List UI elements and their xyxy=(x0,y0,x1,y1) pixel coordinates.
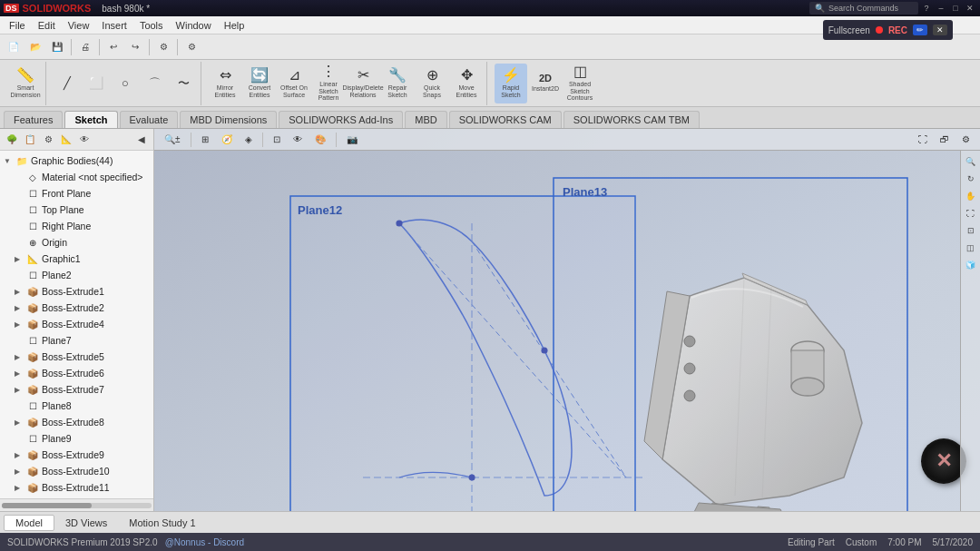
vp-rt-pan[interactable]: ✋ xyxy=(964,189,978,203)
vp-fullscreen[interactable]: ⛶ xyxy=(914,133,932,146)
vp-hide-show[interactable]: 👁 xyxy=(289,133,307,146)
sidebar-collapse[interactable]: ◀ xyxy=(133,132,150,148)
smart-dimension-btn[interactable]: 📏 SmartDimension xyxy=(9,64,42,103)
sidebar-tool-property[interactable]: 📋 xyxy=(22,132,38,148)
tree-item[interactable]: ☐Top Plane xyxy=(0,202,153,218)
save-btn[interactable]: 💾 xyxy=(47,37,67,57)
tree-item[interactable]: ☐Plane2 xyxy=(0,267,153,283)
tree-item[interactable]: ▶📦Boss-Extrude5 xyxy=(0,349,153,365)
menu-window[interactable]: Window xyxy=(171,18,217,33)
vp-rt-fit[interactable]: ⛶ xyxy=(964,206,978,221)
tree-item[interactable]: ⊕Origin xyxy=(0,234,153,251)
tab-evaluate[interactable]: Evaluate xyxy=(120,111,179,128)
rec-label[interactable]: REC xyxy=(888,25,907,35)
tree-hscroll[interactable] xyxy=(0,498,153,511)
viewport[interactable]: 🔍± ⊞ 🧭 ◈ ⊡ 👁 🎨 📷 ⛶ 🗗 ⚙ xyxy=(154,129,980,511)
line-btn[interactable]: ╱ xyxy=(54,64,81,103)
sidebar-tool-featuremgr[interactable]: 🌳 xyxy=(4,132,20,148)
tree-item[interactable]: ▶📦Boss-Extrude6 xyxy=(0,365,153,381)
offset-surface-btn[interactable]: ⊿ Offset OnSurface xyxy=(278,64,310,103)
maximize-btn[interactable]: □ xyxy=(949,2,962,15)
tree-item[interactable]: ▼📁Graphic Bodies(44) xyxy=(0,153,153,169)
tab-sw-cam[interactable]: SOLIDWORKS CAM xyxy=(449,111,562,128)
vp-rt-rotate[interactable]: ↻ xyxy=(964,172,978,186)
menu-insert[interactable]: Insert xyxy=(96,18,132,33)
display-delete-btn[interactable]: ✂ Display/DeleteRelations xyxy=(347,64,379,103)
sidebar-tool-dim[interactable]: 📐 xyxy=(58,132,74,148)
vp-view-selector[interactable]: ⊞ xyxy=(197,133,213,146)
quick-snaps-btn[interactable]: ⊕ QuickSnaps xyxy=(416,64,448,103)
tree-item[interactable]: ▶📦Boss-Extrude8 xyxy=(0,414,153,430)
close-btn[interactable]: ✕ xyxy=(964,2,976,15)
rapid-sketch-btn[interactable]: ⚡ RapidSketch xyxy=(495,64,527,103)
vp-orientation[interactable]: 🧭 xyxy=(217,133,237,146)
menu-tools[interactable]: Tools xyxy=(134,18,169,33)
tree-item[interactable]: ▶📦Boss-Extrude4 xyxy=(0,316,153,332)
options-btn[interactable]: ⚙ xyxy=(181,37,201,57)
tab-sw-addins[interactable]: SOLIDWORKS Add-Ins xyxy=(279,111,403,128)
vp-rt-zoom[interactable]: 🔍 xyxy=(964,154,978,169)
tab-features[interactable]: Features xyxy=(4,111,63,128)
circle-btn[interactable]: ○ xyxy=(112,64,139,103)
undo-btn[interactable]: ↩ xyxy=(103,37,123,57)
tab-sketch[interactable]: Sketch xyxy=(64,111,117,128)
btab-motionstudy[interactable]: Motion Study 1 xyxy=(118,516,206,530)
vp-appearance[interactable]: 🎨 xyxy=(310,133,330,146)
vp-settings[interactable]: ⚙ xyxy=(957,133,975,146)
redo-btn[interactable]: ↪ xyxy=(125,37,145,57)
feature-tree[interactable]: ▼📁Graphic Bodies(44)◇Material <not speci… xyxy=(0,151,153,498)
menu-view[interactable]: View xyxy=(63,18,95,33)
tab-sw-cam-tbm[interactable]: SOLIDWORKS CAM TBM xyxy=(564,111,700,128)
rec-btn-pencil[interactable]: ✏ xyxy=(913,25,927,35)
shaded-contours-btn[interactable]: ◫ ShadedSketchContours xyxy=(564,64,596,103)
vp-camera[interactable]: 📷 xyxy=(342,133,362,146)
mirror-entities-btn[interactable]: ⇔ MirrorEntities xyxy=(209,64,241,103)
search-commands[interactable]: 🔍 Search Commands xyxy=(809,2,918,15)
vp-section[interactable]: ⊡ xyxy=(269,133,285,146)
spline-btn[interactable]: 〜 xyxy=(170,64,197,103)
tree-item[interactable]: ▶📦Boss-Extrude1 xyxy=(0,283,153,300)
vp-new-window[interactable]: 🗗 xyxy=(936,133,954,146)
instant2d-btn[interactable]: 2D Instant2D xyxy=(529,64,562,103)
vp-rt-display[interactable]: ◫ xyxy=(964,241,978,255)
vp-rt-section[interactable]: ⊡ xyxy=(964,223,978,238)
fullscreen-label[interactable]: Fullscreen xyxy=(828,25,870,35)
tree-item[interactable]: ▶📐Graphic1 xyxy=(0,251,153,267)
linear-pattern-btn[interactable]: ⋮ Linear SketchPattern xyxy=(312,64,345,103)
tree-item[interactable]: ☐Plane7 xyxy=(0,332,153,349)
open-btn[interactable]: 📂 xyxy=(25,37,45,57)
tab-mbd[interactable]: MBD xyxy=(405,111,446,128)
move-entities-btn[interactable]: ✥ MoveEntities xyxy=(450,64,483,103)
tree-item[interactable]: ☐Right Plane xyxy=(0,218,153,234)
menu-edit[interactable]: Edit xyxy=(33,18,61,33)
btab-model[interactable]: Model xyxy=(4,515,54,531)
tree-item[interactable]: ◇Material <not specified> xyxy=(0,169,153,185)
menu-file[interactable]: File xyxy=(4,18,31,33)
tab-mbd-dimensions[interactable]: MBD Dimensions xyxy=(180,111,277,128)
minimize-btn[interactable]: – xyxy=(935,2,947,15)
tree-item[interactable]: ☐Front Plane xyxy=(0,185,153,202)
arc-btn[interactable]: ⌒ xyxy=(141,64,168,103)
sidebar-tool-display[interactable]: 👁 xyxy=(76,132,93,148)
tree-item[interactable]: ▶📦Boss-Extrude11 xyxy=(0,479,153,496)
new-btn[interactable]: 📄 xyxy=(4,37,24,57)
rec-btn-close[interactable]: ✕ xyxy=(933,25,947,35)
menu-help[interactable]: Help xyxy=(219,18,250,33)
vp-zoom-btn[interactable]: 🔍± xyxy=(160,133,185,146)
tree-item[interactable]: ▶📦Boss-Extrude2 xyxy=(0,300,153,316)
convert-entities-btn[interactable]: 🔄 ConvertEntities xyxy=(243,64,276,103)
tree-item[interactable]: ☐Plane9 xyxy=(0,430,153,447)
btab-3dviews[interactable]: 3D Views xyxy=(54,516,118,530)
tree-item[interactable]: ▶📦Boss-Extrude7 xyxy=(0,381,153,398)
vp-rt-3d[interactable]: 🧊 xyxy=(964,258,978,272)
tree-item[interactable]: ☐Plane8 xyxy=(0,398,153,414)
sidebar-tool-config[interactable]: ⚙ xyxy=(40,132,56,148)
vp-display-style[interactable]: ◈ xyxy=(240,133,257,146)
tree-item[interactable]: ▶📦Boss-Extrude9 xyxy=(0,447,153,463)
rebuild-btn[interactable]: ⚙ xyxy=(153,37,173,57)
rect-btn[interactable]: ⬜ xyxy=(83,64,110,103)
repair-sketch-btn[interactable]: 🔧 RepairSketch xyxy=(381,64,414,103)
help-btn[interactable]: ? xyxy=(920,2,933,15)
print-btn[interactable]: 🖨 xyxy=(75,37,95,57)
tree-item[interactable]: ▶📦Boss-Extrude10 xyxy=(0,463,153,479)
